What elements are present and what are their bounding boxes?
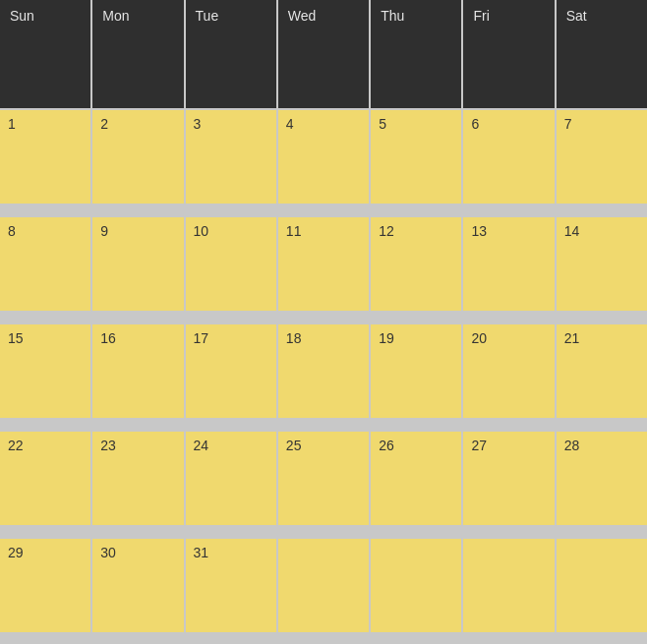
- day-number: 26: [379, 438, 394, 453]
- day-cell-31[interactable]: 31: [186, 539, 276, 632]
- day-cell-17[interactable]: 17: [186, 324, 276, 418]
- day-cell-15[interactable]: 15: [0, 324, 90, 418]
- day-header-tue: Tue: [186, 0, 276, 108]
- calendar: SunMonTueWedThuFriSat1234567891011121314…: [0, 0, 647, 644]
- day-number: 31: [194, 545, 209, 560]
- day-header-fri: Fri: [463, 0, 554, 108]
- day-cell-14[interactable]: 14: [557, 217, 647, 311]
- day-cell-8[interactable]: 8: [0, 217, 90, 311]
- day-cell-24[interactable]: 24: [186, 432, 276, 525]
- day-cell-21[interactable]: 21: [557, 324, 647, 418]
- empty-day-cell: [371, 539, 461, 632]
- day-cell-30[interactable]: 30: [92, 539, 183, 632]
- day-cell-1[interactable]: 1: [0, 110, 90, 204]
- empty-day-cell: [557, 539, 647, 632]
- day-cell-20[interactable]: 20: [463, 324, 554, 418]
- day-cell-4[interactable]: 4: [278, 110, 369, 204]
- day-header-sun: Sun: [0, 0, 90, 108]
- day-number: 12: [379, 223, 394, 239]
- day-cell-6[interactable]: 6: [463, 110, 554, 204]
- day-number: 1: [8, 116, 16, 132]
- empty-day-cell: [278, 539, 369, 632]
- day-cell-18[interactable]: 18: [278, 324, 369, 418]
- day-cell-11[interactable]: 11: [278, 217, 369, 311]
- day-header-wed: Wed: [278, 0, 369, 108]
- day-number: 4: [286, 116, 294, 132]
- day-number: 7: [564, 116, 572, 132]
- day-cell-27[interactable]: 27: [463, 432, 554, 525]
- day-number: 10: [194, 223, 209, 239]
- day-number: 21: [564, 330, 580, 346]
- day-header-sat: Sat: [557, 0, 647, 108]
- day-cell-22[interactable]: 22: [0, 432, 90, 525]
- day-cell-13[interactable]: 13: [463, 217, 554, 311]
- day-number: 17: [194, 330, 209, 346]
- day-number: 9: [100, 223, 108, 239]
- day-cell-16[interactable]: 16: [92, 324, 183, 418]
- day-number: 28: [564, 438, 580, 453]
- day-cell-3[interactable]: 3: [186, 110, 276, 204]
- day-number: 25: [286, 438, 302, 453]
- empty-day-cell: [463, 539, 554, 632]
- day-cell-12[interactable]: 12: [371, 217, 461, 311]
- day-number: 2: [100, 116, 108, 132]
- day-number: 29: [8, 545, 24, 560]
- day-number: 13: [471, 223, 487, 239]
- day-header-mon: Mon: [92, 0, 183, 108]
- day-number: 16: [100, 330, 116, 346]
- day-header-thu: Thu: [371, 0, 461, 108]
- day-cell-10[interactable]: 10: [186, 217, 276, 311]
- day-number: 20: [471, 330, 487, 346]
- day-number: 19: [379, 330, 394, 346]
- day-number: 8: [8, 223, 16, 239]
- day-cell-19[interactable]: 19: [371, 324, 461, 418]
- day-number: 14: [564, 223, 580, 239]
- day-number: 11: [286, 223, 302, 239]
- day-number: 24: [194, 438, 209, 453]
- day-number: 6: [471, 116, 479, 132]
- day-number: 15: [8, 330, 24, 346]
- day-number: 5: [379, 116, 386, 132]
- day-cell-26[interactable]: 26: [371, 432, 461, 525]
- day-number: 3: [194, 116, 202, 132]
- day-number: 18: [286, 330, 302, 346]
- day-cell-7[interactable]: 7: [557, 110, 647, 204]
- day-cell-9[interactable]: 9: [92, 217, 183, 311]
- day-cell-5[interactable]: 5: [371, 110, 461, 204]
- day-number: 22: [8, 438, 24, 453]
- day-number: 27: [471, 438, 487, 453]
- day-cell-25[interactable]: 25: [278, 432, 369, 525]
- day-number: 23: [100, 438, 116, 453]
- day-number: 30: [100, 545, 116, 560]
- day-cell-2[interactable]: 2: [92, 110, 183, 204]
- day-cell-28[interactable]: 28: [557, 432, 647, 525]
- day-cell-23[interactable]: 23: [92, 432, 183, 525]
- day-cell-29[interactable]: 29: [0, 539, 90, 632]
